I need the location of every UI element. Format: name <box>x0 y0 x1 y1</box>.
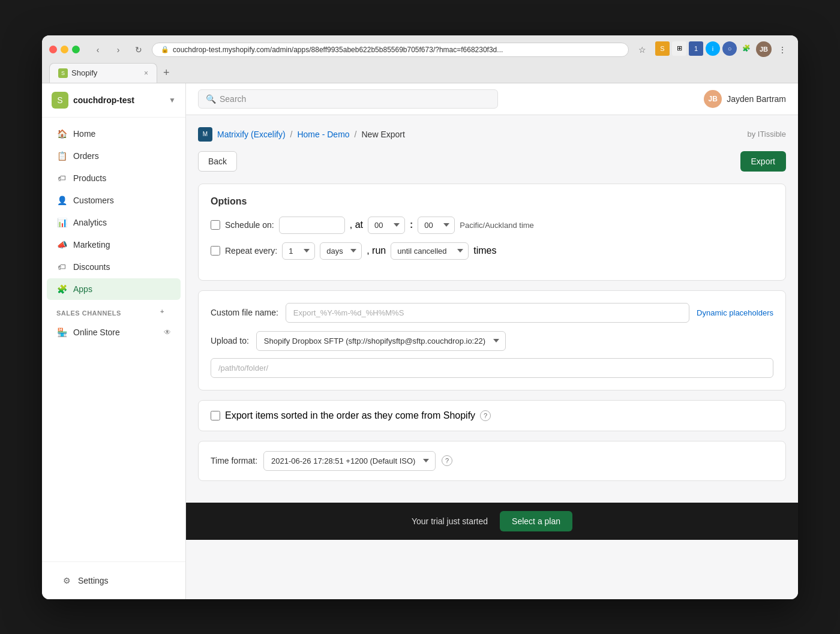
lock-icon: 🔒 <box>161 46 169 53</box>
back-nav-button[interactable]: ‹ <box>89 41 106 58</box>
shopify-topbar: 🔍 Search JB Jayden Bartram <box>186 83 798 115</box>
sidebar-label-analytics: Analytics <box>73 218 107 227</box>
time-format-help-icon[interactable]: ? <box>442 455 452 466</box>
tab-title: Shopify <box>71 68 97 77</box>
menu-button[interactable]: ⋮ <box>774 41 791 58</box>
sidebar-label-products: Products <box>73 173 106 183</box>
ext-grid-icon[interactable]: ⊞ <box>672 41 686 56</box>
breadcrumb: M Matrixify (Excelify) / Home - Demo / N… <box>198 127 786 142</box>
time-format-section: Time format: 2021-06-26 17:28:51 +1200 (… <box>198 441 786 481</box>
sidebar-label-online-store: Online Store <box>73 327 120 337</box>
repeat-interval-select[interactable]: 1 2 7 <box>282 242 315 260</box>
sales-channels-label: SALES CHANNELS + <box>42 301 185 321</box>
sort-help-icon[interactable]: ? <box>480 410 491 421</box>
breadcrumb-home-link[interactable]: Home - Demo <box>297 130 349 139</box>
breadcrumb-current: New Export <box>361 130 404 139</box>
sidebar-label-home: Home <box>73 129 95 139</box>
tab-close-button[interactable]: × <box>144 69 148 77</box>
sidebar-item-apps[interactable]: 🧩 Apps <box>47 278 181 300</box>
sidebar-item-online-store[interactable]: 🏪 Online Store 👁 <box>47 321 181 343</box>
minimize-button[interactable] <box>61 46 68 53</box>
shop-dropdown-icon: ▼ <box>169 96 176 104</box>
user-avatar[interactable]: JB <box>704 90 722 108</box>
sidebar-item-home[interactable]: 🏠 Home <box>47 123 181 145</box>
shopify-tab-icon: S <box>58 68 68 78</box>
times-label: times <box>473 245 496 256</box>
profile-avatar[interactable]: JB <box>756 41 772 57</box>
sort-checkbox[interactable] <box>211 411 220 420</box>
sort-row: Export items sorted in the order as they… <box>211 410 773 421</box>
discounts-icon: 🏷 <box>56 262 67 272</box>
sort-label: Export items sorted in the order as they… <box>225 410 475 421</box>
ext-puzzle-icon[interactable]: 🧩 <box>739 41 754 56</box>
time-format-row: Time format: 2021-06-26 17:28:51 +1200 (… <box>211 451 773 471</box>
address-bar[interactable]: couchdrop-test.myshopify.com/admin/apps/… <box>173 46 620 54</box>
repeat-until-select[interactable]: until cancelled 5 times 10 times <box>391 242 469 260</box>
back-button[interactable]: Back <box>198 151 237 172</box>
schedule-hour-select[interactable]: 00 01 06 12 18 <box>368 217 405 234</box>
maximize-button[interactable] <box>72 46 80 53</box>
add-channel-button[interactable]: + <box>160 308 171 318</box>
sidebar-label-discounts: Discounts <box>73 262 110 272</box>
schedule-minute-select[interactable]: 00 15 30 45 <box>418 217 455 234</box>
export-button[interactable]: Export <box>740 151 786 172</box>
customers-icon: 👤 <box>56 195 67 206</box>
forward-nav-button[interactable]: › <box>110 41 127 58</box>
run-label: , run <box>367 245 386 256</box>
marketing-icon: 📣 <box>56 239 67 250</box>
time-separator: : <box>410 220 413 230</box>
sidebar-footer: ⚙ Settings <box>42 561 185 599</box>
search-bar[interactable]: 🔍 Search <box>198 89 498 109</box>
sidebar-item-products[interactable]: 🏷 Products <box>47 167 181 189</box>
browser-tab[interactable]: S Shopify × <box>49 63 157 83</box>
file-name-input[interactable] <box>286 303 689 323</box>
repeat-row: Repeat every: 1 2 7 days hours weeks , r… <box>211 242 773 260</box>
close-button[interactable] <box>49 46 57 53</box>
file-upload-card: Custom file name: Dynamic placeholders U… <box>198 290 786 390</box>
sidebar-item-marketing[interactable]: 📣 Marketing <box>47 234 181 256</box>
upload-to-select[interactable]: Shopify Dropbox SFTP (sftp://shopifysftp… <box>256 331 506 351</box>
folder-path-input[interactable] <box>211 358 773 378</box>
sidebar-label-apps: Apps <box>73 284 92 294</box>
select-plan-button[interactable]: Select a plan <box>500 511 572 531</box>
user-section: JB Jayden Bartram <box>704 90 786 108</box>
sidebar-item-analytics[interactable]: 📊 Analytics <box>47 212 181 233</box>
ext-info-icon[interactable]: i <box>706 41 720 56</box>
upload-to-row: Upload to: Shopify Dropbox SFTP (sftp://… <box>211 331 773 351</box>
sidebar-label-marketing: Marketing <box>73 240 110 250</box>
sidebar-item-orders[interactable]: 📋 Orders <box>47 145 181 167</box>
reload-button[interactable]: ↻ <box>130 41 147 58</box>
shop-header[interactable]: S couchdrop-test ▼ <box>42 83 185 118</box>
search-icon: 🔍 <box>206 94 216 104</box>
trial-message: Your trial just started <box>412 516 488 526</box>
sort-section: Export items sorted in the order as they… <box>198 400 786 431</box>
repeat-checkbox[interactable] <box>211 246 220 256</box>
settings-icon: ⚙ <box>61 575 72 586</box>
schedule-row: Schedule on: 2021-06-26 , at 00 01 06 12… <box>211 217 773 234</box>
home-icon: 🏠 <box>56 128 67 139</box>
schedule-label: Schedule on: <box>225 220 274 230</box>
sidebar-item-customers[interactable]: 👤 Customers <box>47 190 181 211</box>
file-name-row: Custom file name: Dynamic placeholders <box>211 303 773 323</box>
breadcrumb-app-link[interactable]: Matrixify (Excelify) <box>217 130 286 139</box>
time-format-select[interactable]: 2021-06-26 17:28:51 +1200 (Default ISO) <box>263 451 436 471</box>
sidebar-item-settings[interactable]: ⚙ Settings <box>52 570 176 591</box>
main-content: 🔍 Search JB Jayden Bartram M Matrixify (… <box>186 83 798 599</box>
at-label: , at <box>350 220 363 230</box>
repeat-unit-select[interactable]: days hours weeks <box>320 242 362 260</box>
ext-shopify-icon[interactable]: S <box>655 41 670 56</box>
bookmark-button[interactable]: ☆ <box>634 41 650 58</box>
sidebar-nav: 🏠 Home 📋 Orders 🏷 Products 👤 Customers 📊 <box>42 118 185 561</box>
dynamic-placeholders-link[interactable]: Dynamic placeholders <box>697 308 773 317</box>
sidebar-label-settings: Settings <box>78 576 109 585</box>
schedule-date-input[interactable]: 2021-06-26 <box>279 217 345 234</box>
ext-circle-icon[interactable]: ○ <box>722 41 737 56</box>
repeat-label: Repeat every: <box>225 246 277 256</box>
search-placeholder: Search <box>220 94 246 104</box>
sidebar-item-discounts[interactable]: 🏷 Discounts <box>47 256 181 278</box>
schedule-checkbox[interactable] <box>211 220 220 230</box>
ext-1password-icon[interactable]: 1 <box>689 41 703 56</box>
app-logo-icon: M <box>198 127 212 142</box>
new-tab-button[interactable]: + <box>160 63 173 83</box>
timezone-label: Pacific/Auckland time <box>460 221 534 230</box>
